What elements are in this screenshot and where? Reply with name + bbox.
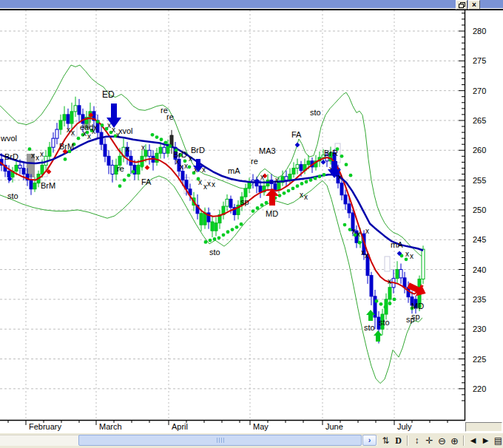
price-axis-label: 220 xyxy=(473,384,486,393)
signal-label: eadx xyxy=(80,123,98,132)
price-axis-label: 250 xyxy=(473,206,486,214)
signal-label: re xyxy=(166,112,174,121)
signal-label: BrD xyxy=(4,152,18,161)
month-axis-label: April xyxy=(172,422,188,431)
close-window-button[interactable]: × xyxy=(468,0,480,10)
month-axis-label: June xyxy=(325,422,343,431)
chart-area[interactable]: xxxxxxxxxxxxxxxxxxxxxxxxxxxxxxxxxxxxxxwv… xyxy=(0,10,503,433)
price-axis-label: 265 xyxy=(473,116,486,125)
scrollbar-right-arrow-button[interactable]: › xyxy=(362,435,377,446)
refresh-chart-button[interactable]: ⇅ xyxy=(379,435,392,447)
signal-label: wvol xyxy=(0,134,17,143)
x-signal-marker: x xyxy=(275,176,279,184)
price-axis-label: 280 xyxy=(473,27,486,35)
signal-label: re xyxy=(117,164,124,173)
price-axis-label: 230 xyxy=(473,325,486,333)
month-axis-label: February xyxy=(29,422,62,431)
price-axis-label: 245 xyxy=(473,235,486,244)
x-signal-marker: x xyxy=(388,277,391,285)
pan-button[interactable]: ✛ xyxy=(423,435,436,447)
month-axis-label: March xyxy=(99,422,122,431)
x-signal-marker: x xyxy=(405,250,409,258)
toolbar-separator xyxy=(463,435,465,446)
chart-tools: ⇅D↕✛⊖⊕◀▶▤ xyxy=(379,435,503,447)
x-signal-marker: x xyxy=(207,180,211,188)
x-signal-marker: x xyxy=(189,155,192,163)
x-signal-marker: x xyxy=(338,173,342,181)
toolbar-separator xyxy=(407,435,408,446)
month-axis-label: July xyxy=(397,422,412,431)
x-signal-marker: x xyxy=(212,180,215,189)
close-icon: × xyxy=(472,1,476,9)
signal-label: FA xyxy=(141,177,152,186)
x-signal-marker: x xyxy=(184,162,188,170)
signal-label: ED xyxy=(102,89,115,100)
x-signal-marker: x xyxy=(40,150,44,158)
signal-label: mA xyxy=(391,240,403,249)
signal-label: mA xyxy=(228,166,240,175)
signal-label: xvol xyxy=(118,126,133,135)
x-signal-marker: x xyxy=(141,143,145,152)
horizontal-scrollbar-thumb[interactable] xyxy=(78,435,362,446)
x-signal-marker: x xyxy=(365,251,368,259)
signal-label: sto xyxy=(364,323,375,332)
signal-label: sp xyxy=(411,312,420,321)
window-titlebar[interactable] xyxy=(0,0,503,9)
x-signal-marker: x xyxy=(126,145,129,153)
price-axis-label: 260 xyxy=(473,146,486,155)
scroll-arrow-icon: › xyxy=(368,436,371,444)
x-signal-marker: x xyxy=(365,227,369,235)
signal-label: sto xyxy=(310,108,321,117)
x-signal-marker: x xyxy=(36,154,39,162)
x-signal-marker: x xyxy=(87,132,91,140)
price-chart-canvas[interactable]: xxxxxxxxxxxxxxxxxxxxxxxxxxxxxxxxxxxxxxwv… xyxy=(0,10,503,433)
chart-list-button[interactable]: ▤ xyxy=(492,435,503,447)
signal-label: BrR xyxy=(324,149,338,157)
zoom-out-button[interactable]: ⊖ xyxy=(436,435,448,447)
price-axis-label: 275 xyxy=(473,56,486,65)
x-signal-marker: x xyxy=(180,163,183,171)
x-signal-marker: x xyxy=(357,230,360,238)
price-axis-label: 270 xyxy=(473,86,486,95)
price-axis-label: 240 xyxy=(473,265,486,274)
x-signal-marker: x xyxy=(352,227,356,235)
price-axis-label: 255 xyxy=(473,176,486,185)
scroll-left-button[interactable]: ◀ xyxy=(467,435,479,447)
month-axis-label: May xyxy=(253,422,269,431)
restore-icon xyxy=(459,2,465,7)
x-signal-marker: x xyxy=(260,173,264,181)
x-signal-marker: x xyxy=(31,152,35,160)
x-signal-marker: x xyxy=(71,129,75,137)
signal-label: MD xyxy=(266,209,278,218)
price-axis-label: 225 xyxy=(473,355,486,364)
zoom-in-button[interactable]: ⊕ xyxy=(448,435,461,447)
scale-vertical-button[interactable]: ↕ xyxy=(411,435,423,447)
axis-corner-box xyxy=(465,422,502,432)
signal-label: sto xyxy=(379,318,390,327)
signal-label: BrM xyxy=(59,142,74,151)
signal-label: FA xyxy=(291,130,302,139)
bottom-toolbar: › ⇅D↕✛⊖⊕◀▶▤ xyxy=(0,433,503,448)
restore-window-button[interactable] xyxy=(456,0,467,10)
scroll-right-button[interactable]: ▶ xyxy=(479,435,492,447)
x-signal-marker: x xyxy=(67,126,70,134)
signal-label: BrD xyxy=(191,146,205,155)
periodicity-daily-button[interactable]: D xyxy=(392,435,405,447)
signal-label: sto xyxy=(209,248,220,257)
price-axis-label: 235 xyxy=(473,295,486,304)
signal-label: sp xyxy=(240,197,249,206)
signal-label: BrD xyxy=(173,150,187,159)
x-signal-marker: x xyxy=(198,178,202,186)
x-signal-marker: x xyxy=(300,191,303,199)
signal-label: MA3 xyxy=(259,146,276,155)
signal-label: MD xyxy=(411,302,424,310)
x-signal-marker: x xyxy=(410,252,413,260)
x-signal-marker: x xyxy=(202,166,206,174)
signal-label: re xyxy=(251,157,258,166)
signal-label: sto xyxy=(7,191,18,200)
signal-label: BrM xyxy=(41,181,55,190)
x-signal-marker: x xyxy=(304,193,308,201)
metastock-chart-window: × xxxxxxxxxxxxxxxxxxxxxxxxxxxxxxxxxxxxxx… xyxy=(0,0,503,448)
